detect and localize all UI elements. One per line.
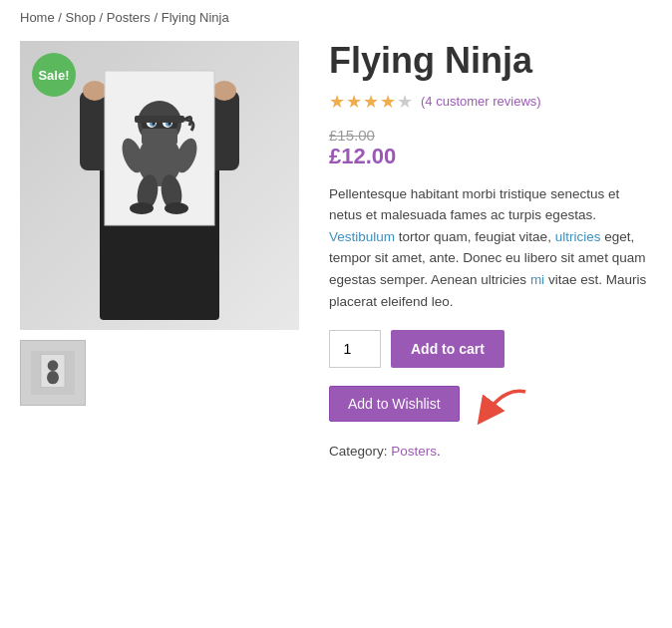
review-link[interactable]: (4 customer reviews)	[421, 94, 541, 109]
svg-point-21	[130, 202, 154, 214]
category-link[interactable]: Posters	[391, 444, 437, 459]
category-row: Category: Posters.	[329, 444, 652, 459]
main-product-image[interactable]: Sale!	[20, 41, 299, 330]
svg-rect-16	[142, 129, 177, 145]
product-title: Flying Ninja	[329, 41, 652, 81]
price-block: £15.00 £12.00	[329, 127, 652, 169]
breadcrumb-posters[interactable]: Posters	[107, 10, 151, 25]
breadcrumb-home[interactable]: Home	[20, 10, 55, 25]
mi-link[interactable]: mi	[530, 272, 544, 287]
product-description: Pellentesque habitant morbi tristique se…	[329, 183, 652, 313]
add-to-cart-button[interactable]: Add to cart	[391, 330, 504, 368]
product-info: Flying Ninja ★ ★ ★ ★ ★ (4 customer revie…	[329, 41, 652, 459]
quantity-input[interactable]	[329, 330, 381, 368]
vestibulum-link[interactable]: Vestibulum	[329, 229, 395, 244]
breadcrumb-current: Flying Ninja	[162, 10, 229, 25]
rating-row: ★ ★ ★ ★ ★ (4 customer reviews)	[329, 91, 652, 113]
category-label: Category:	[329, 444, 388, 459]
svg-point-27	[47, 371, 59, 384]
svg-point-4	[83, 81, 107, 101]
thumbnail-1[interactable]	[20, 340, 86, 406]
sale-badge: Sale!	[32, 53, 76, 97]
svg-point-5	[212, 81, 236, 101]
svg-rect-23	[135, 116, 184, 123]
add-to-wishlist-button[interactable]: Add to Wishlist	[329, 386, 460, 422]
svg-point-22	[165, 202, 188, 214]
svg-point-26	[48, 360, 59, 371]
star-5: ★	[397, 91, 413, 113]
product-layout: Sale!	[20, 41, 652, 459]
thumbnail-row	[20, 340, 299, 406]
wishlist-row: Add to Wishlist	[329, 382, 652, 426]
star-2: ★	[346, 91, 362, 113]
old-price: £15.00	[329, 127, 652, 144]
star-3: ★	[363, 91, 379, 113]
breadcrumb-shop[interactable]: Shop	[66, 10, 96, 25]
breadcrumb: Home / Shop / Posters / Flying Ninja	[20, 10, 652, 25]
star-1: ★	[329, 91, 345, 113]
star-rating: ★ ★ ★ ★ ★	[329, 91, 413, 113]
product-images: Sale!	[20, 41, 299, 406]
new-price: £12.00	[329, 144, 652, 169]
arrow-annotation	[476, 382, 535, 426]
star-4: ★	[380, 91, 396, 113]
cart-row: Add to cart	[329, 330, 652, 368]
thumbnail-svg	[31, 351, 75, 395]
ultricies-link[interactable]: ultricies	[555, 229, 601, 244]
